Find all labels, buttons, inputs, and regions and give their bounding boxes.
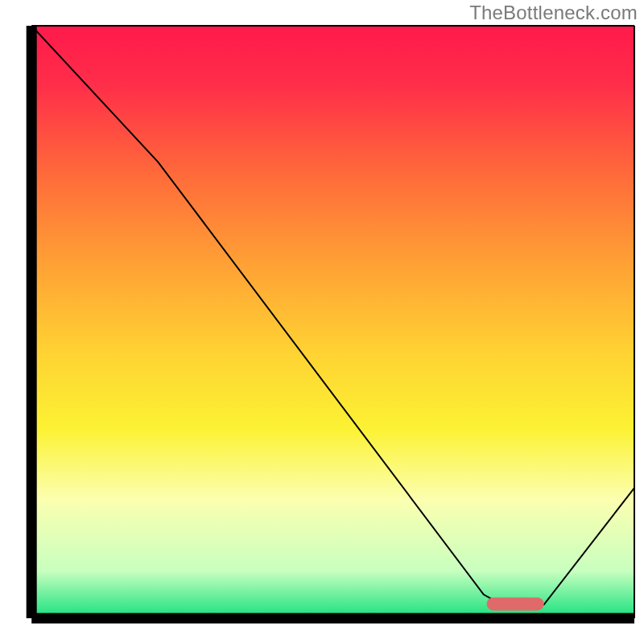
watermark-text: TheBottleneck.com [469, 2, 638, 24]
optimum-marker [487, 597, 544, 610]
gradient-background [31, 26, 634, 618]
chart-svg [0, 0, 644, 644]
chart-stage: TheBottleneck.com [0, 0, 644, 644]
